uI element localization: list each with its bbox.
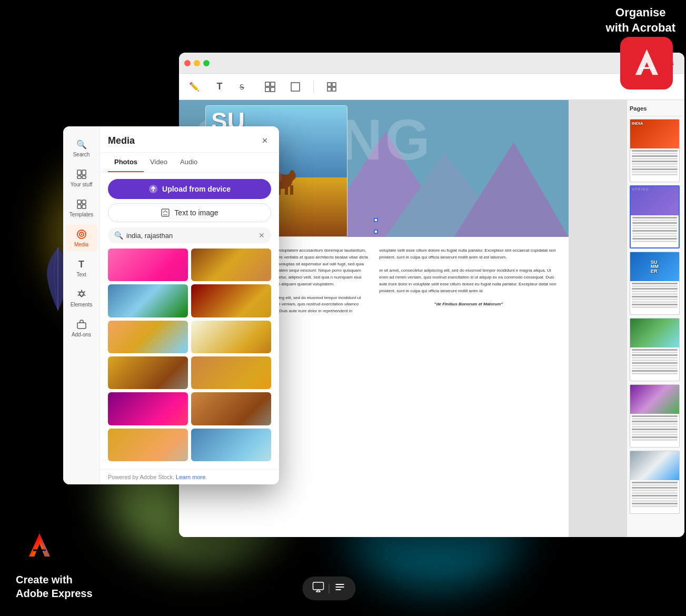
upload-from-device-button[interactable]: Upload from device [108,179,271,199]
svg-rect-37 [77,323,86,329]
page-thumb-5-lines [630,414,679,443]
sidebar-item-your-stuff[interactable]: Your stuff [66,164,97,192]
photo-item-pink-fabric[interactable]: ☁ [108,249,188,281]
page-thumb-1-lines [630,148,679,178]
presenter-screen-icon [312,581,325,596]
svg-rect-20 [285,185,288,195]
express-main-content: Media × Photos Video Audio Upload from d… [100,126,279,484]
svg-point-36 [79,292,84,296]
photo-grid: ☁ ☁ ☁ ☁ ☁ [100,249,279,469]
svg-point-35 [81,234,82,235]
svg-rect-2 [271,82,275,86]
upload-icon [148,184,158,194]
tab-video[interactable]: Video [144,153,174,172]
adobe-express-badge-text: Create with Adobe Express [16,573,93,600]
sidebar-item-templates[interactable]: Templates [66,194,97,222]
page-thumb-5[interactable] [630,384,680,448]
photo-img-door: ☁ [191,284,271,317]
photo-item-door[interactable]: ☁ [191,284,271,317]
strikethrough-tool-icon[interactable]: S̶ [237,80,252,94]
photo-item-textile[interactable]: ☁ [108,392,188,425]
adobe-stock-learn-more-link[interactable]: Learn more. [176,474,207,480]
photo-item-aerial[interactable]: ☁ [108,284,188,317]
page-thumb-5-img [630,385,679,414]
selection-handle-tc [374,218,378,222]
tab-audio[interactable]: Audio [174,153,204,172]
svg-rect-4 [271,87,275,92]
photo-item-city[interactable]: ☁ [191,429,271,461]
toolbar-divider [313,81,314,93]
photo-item-camels[interactable]: ☁ [191,356,271,389]
photo-img-city: ☁ [191,429,271,461]
svg-rect-6 [327,83,331,86]
svg-rect-30 [82,200,86,204]
page-thumb-1-img: INDIA [630,120,679,148]
tab-photos[interactable]: Photos [108,153,144,172]
adobe-a-logo-svg [24,529,55,561]
grid-tool-icon[interactable] [263,80,277,94]
photo-img-fort: ☁ [191,392,271,425]
sidebar-item-text[interactable]: T Text [66,254,97,282]
photo-item-desert[interactable]: ☁ [108,321,188,353]
adobe-express-logo [16,521,63,569]
text-to-image-icon [161,208,170,217]
page-thumb-4[interactable] [630,318,680,381]
presenter-divider [329,584,330,593]
svg-rect-3 [265,87,270,92]
sidebar-item-media[interactable]: Media [66,224,97,252]
page-thumb-1[interactable]: INDIA [630,119,680,182]
sidebar-item-addons[interactable]: Add-ons [66,314,97,342]
media-search-input[interactable] [126,232,255,240]
templates-icon [76,198,87,210]
summer-thumb-label: SUMMER [651,260,659,273]
crop-tool-icon[interactable] [288,80,303,94]
svg-rect-40 [313,582,324,590]
sidebar-templates-label: Templates [69,212,94,217]
page-thumb-6[interactable] [630,451,680,514]
photo-img-palace: ☁ [191,321,271,353]
photo-item-camel[interactable]: ☁ 👆 [108,356,188,389]
sidebar-item-elements[interactable]: Elements [66,284,97,312]
your-stuff-icon [76,168,87,180]
page-thumb-6-img [630,451,679,480]
svg-rect-7 [332,83,336,86]
text-tool-icon[interactable]: T [212,80,227,94]
photo-item-fort[interactable]: ☁ [191,392,271,425]
photo-item-arch[interactable]: ☁ [191,249,271,281]
svg-rect-26 [82,170,86,175]
page-thumb-3-img: SUMMER [630,252,679,281]
express-panel: 🔍 Search Your stuff Templates Media T Te… [63,126,279,484]
expand-tool-icon[interactable] [324,80,339,94]
svg-rect-28 [82,176,86,178]
media-panel-header: Media × [100,126,279,153]
window-close-btn[interactable] [184,60,191,66]
media-tabs: Photos Video Audio [100,153,279,173]
page-thumb-3[interactable]: SUMMER [630,252,680,315]
presenter-list-icon [334,581,346,596]
media-close-button[interactable]: × [259,134,271,147]
window-minimize-btn[interactable] [194,60,200,66]
acrobat-titlebar: Pages [179,53,684,74]
sidebar-media-label: Media [74,242,88,247]
svg-rect-29 [77,200,81,204]
svg-rect-27 [77,176,81,178]
photo-item-camel2[interactable]: ☁ [108,429,188,461]
page-thumb-2[interactable]: SPRING ↻ ↺ 🗑 [630,185,680,249]
svg-rect-39 [162,209,169,216]
sidebar-item-search[interactable]: 🔍 Search [66,134,97,162]
photo-img-camels: ☁ [191,356,271,389]
photo-item-palace[interactable]: ☁ [191,321,271,353]
svg-rect-8 [327,87,331,91]
photo-img-aerial: ☁ [108,284,188,317]
search-clear-button[interactable]: ✕ [259,231,265,240]
pencil-tool-icon[interactable]: ✏️ [187,80,202,94]
text-to-image-button[interactable]: Text to image [108,203,271,222]
india-label: INDIA [630,120,679,127]
svg-point-23 [290,170,294,175]
window-maximize-btn[interactable] [203,60,210,66]
sidebar-text-label: Text [76,272,86,277]
svg-rect-25 [77,170,81,175]
svg-rect-32 [82,205,86,208]
adobe-express-badge: Create with Adobe Express [16,521,93,600]
addons-icon [76,319,87,330]
